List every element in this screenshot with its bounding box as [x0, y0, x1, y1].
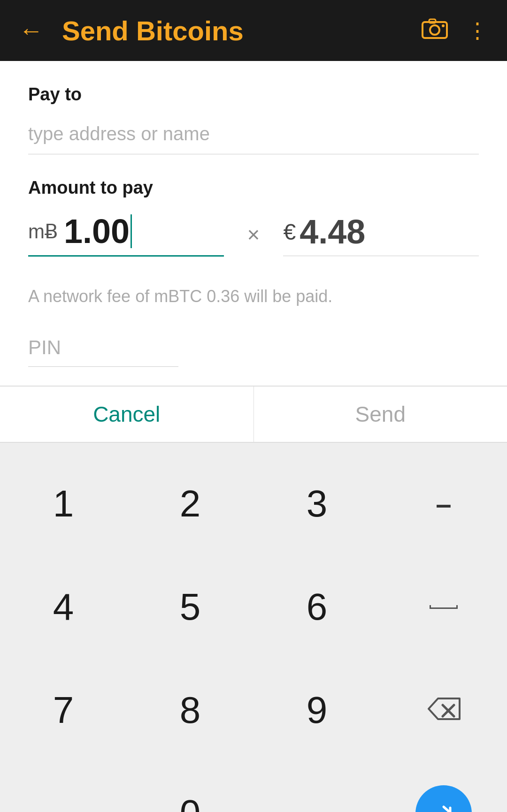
keyboard-row-1: 1 2 3 –: [0, 452, 507, 555]
key-dash[interactable]: –: [380, 452, 507, 555]
clear-amount-button[interactable]: ×: [238, 222, 269, 247]
eur-prefix: €: [283, 219, 296, 245]
btc-value: 1.00: [64, 212, 130, 250]
key-comma[interactable]: ,: [0, 762, 127, 812]
pay-to-label: Pay to: [28, 84, 479, 105]
key-3[interactable]: 3: [254, 452, 380, 555]
app-header: ← Send Bitcoins ⋮: [0, 0, 507, 61]
btc-amount-field[interactable]: mɃ 1.00: [28, 212, 224, 257]
amount-row: mɃ 1.00 × € 4.48: [28, 212, 479, 257]
back-button[interactable]: ←: [19, 16, 43, 45]
key-7-label: 7: [53, 689, 74, 732]
svg-point-1: [430, 25, 439, 35]
eur-amount-field[interactable]: € 4.48: [283, 212, 479, 256]
key-period-label: .: [312, 792, 322, 812]
key-comma-label: ,: [58, 792, 69, 812]
key-1[interactable]: 1: [0, 452, 127, 555]
key-2-label: 2: [180, 482, 201, 525]
key-8[interactable]: 8: [127, 659, 254, 762]
keyboard-row-4: , 0 .: [0, 762, 507, 812]
key-2[interactable]: 2: [127, 452, 254, 555]
form-area: Pay to Amount to pay mɃ 1.00 × € 4.48 A …: [0, 61, 507, 386]
keyboard-row-2: 4 5 6: [0, 555, 507, 659]
cancel-button[interactable]: Cancel: [0, 387, 254, 442]
key-5-label: 5: [180, 585, 201, 629]
key-9-label: 9: [307, 689, 328, 732]
key-6-label: 6: [307, 585, 328, 629]
amount-section: Amount to pay mɃ 1.00 × € 4.48: [28, 178, 479, 257]
pin-input[interactable]: [28, 332, 178, 367]
key-5[interactable]: 5: [127, 555, 254, 659]
action-row: Cancel Send: [0, 387, 507, 443]
svg-point-3: [442, 24, 445, 27]
text-cursor: [131, 214, 132, 248]
camera-icon[interactable]: [422, 16, 448, 45]
key-8-label: 8: [180, 689, 201, 732]
numeric-keyboard: 1 2 3 – 4 5 6 7 8 9 , 0 .: [0, 443, 507, 812]
page-title: Send Bitcoins: [62, 15, 422, 46]
space-icon: [430, 605, 458, 609]
more-options-icon[interactable]: ⋮: [467, 18, 488, 43]
key-dash-label: –: [436, 488, 451, 520]
key-enter[interactable]: [380, 762, 507, 812]
key-0[interactable]: 0: [127, 762, 254, 812]
amount-label: Amount to pay: [28, 178, 479, 198]
address-input[interactable]: [28, 119, 479, 154]
key-6[interactable]: 6: [254, 555, 380, 659]
enter-icon: [415, 785, 472, 812]
key-7[interactable]: 7: [0, 659, 127, 762]
key-backspace[interactable]: [380, 659, 507, 762]
key-9[interactable]: 9: [254, 659, 380, 762]
fee-notice: A network fee of mBTC 0.36 will be paid.: [28, 285, 479, 308]
backspace-icon: [425, 689, 462, 732]
eur-value: 4.48: [300, 212, 365, 251]
key-1-label: 1: [53, 482, 74, 525]
btc-prefix: mɃ: [28, 220, 58, 243]
key-4[interactable]: 4: [0, 555, 127, 659]
key-period[interactable]: .: [254, 762, 380, 812]
send-button[interactable]: Send: [254, 387, 507, 442]
header-icons: ⋮: [422, 16, 488, 45]
keyboard-row-3: 7 8 9: [0, 659, 507, 762]
key-0-label: 0: [180, 792, 201, 812]
key-space[interactable]: [380, 555, 507, 659]
key-4-label: 4: [53, 585, 74, 629]
key-3-label: 3: [307, 482, 328, 525]
